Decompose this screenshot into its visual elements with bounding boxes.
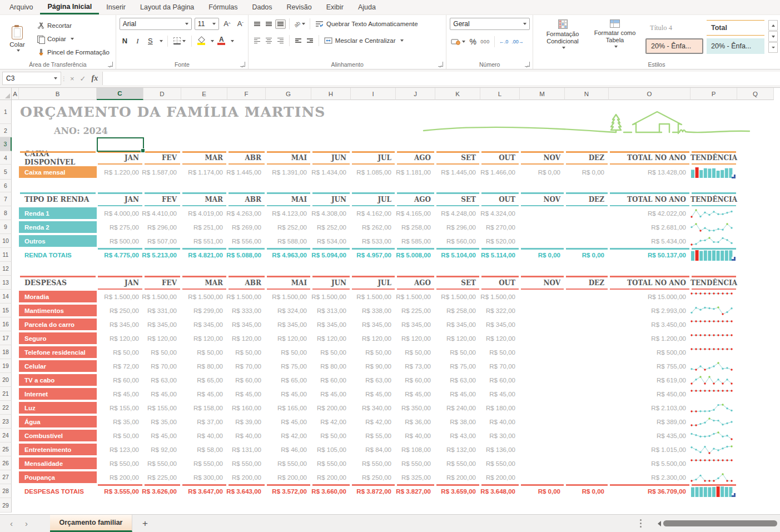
month-value-cell[interactable]: R$ 270,00 <box>480 220 520 234</box>
chevron-down-icon[interactable] <box>160 40 163 42</box>
cell[interactable] <box>12 317 19 331</box>
row-header-14[interactable]: 14 <box>0 290 12 304</box>
cell[interactable] <box>737 442 774 456</box>
month-value-cell[interactable]: R$ 1.220,00 <box>97 165 143 180</box>
month-value-cell[interactable]: R$ 345,00 <box>266 317 311 331</box>
bold-button[interactable]: N <box>120 35 130 47</box>
year-total-cell[interactable]: R$ 619,00 <box>609 373 690 387</box>
month-value-cell[interactable]: R$ 0,00 <box>520 165 565 180</box>
month-value-cell[interactable]: R$ 534,00 <box>311 234 351 248</box>
month-value-cell[interactable]: R$ 45,00 <box>143 387 181 401</box>
month-value-cell[interactable]: R$ 5.088,00 <box>227 248 266 262</box>
month-value-cell[interactable]: R$ 45,00 <box>181 387 227 401</box>
month-header-cell[interactable]: JUL <box>351 151 396 165</box>
month-value-cell[interactable] <box>565 234 609 248</box>
month-value-cell[interactable]: R$ 155,00 <box>143 401 181 415</box>
row-label-chip[interactable]: Seguro <box>19 332 97 344</box>
cell[interactable] <box>737 317 774 331</box>
sparkline-cell[interactable] <box>690 429 737 442</box>
month-value-cell[interactable]: R$ 4.165,00 <box>396 206 435 220</box>
month-value-cell[interactable]: R$ 65,00 <box>181 373 227 387</box>
month-header-cell[interactable]: MAI <box>266 276 311 290</box>
month-value-cell[interactable] <box>520 429 565 442</box>
month-value-cell[interactable]: R$ 158,00 <box>181 401 227 415</box>
cell[interactable] <box>12 248 19 262</box>
month-value-cell[interactable]: R$ 4.019,00 <box>181 206 227 220</box>
month-value-cell[interactable]: R$ 136,00 <box>480 442 520 456</box>
insert-function-icon[interactable]: fx <box>92 74 98 83</box>
month-value-cell[interactable]: R$ 70,00 <box>143 359 181 373</box>
month-value-cell[interactable] <box>565 290 609 304</box>
italic-button[interactable]: I <box>132 35 143 47</box>
month-value-cell[interactable]: R$ 4.410,00 <box>143 206 181 220</box>
month-value-cell[interactable]: R$ 120,00 <box>181 331 227 345</box>
month-value-cell[interactable]: R$ 550,00 <box>143 456 181 470</box>
month-value-cell[interactable]: R$ 4.263,00 <box>227 206 266 220</box>
underline-button[interactable]: S <box>145 35 156 47</box>
font-size-select[interactable]: 11 <box>195 18 219 30</box>
row-label-chip[interactable]: Celular <box>19 360 97 372</box>
ribbon-tab[interactable]: Página Inicial <box>40 0 99 14</box>
month-value-cell[interactable]: R$ 550,00 <box>97 456 143 470</box>
month-value-cell[interactable]: R$ 296,00 <box>143 220 181 234</box>
month-value-cell[interactable]: R$ 120,00 <box>266 331 311 345</box>
month-header-cell[interactable]: OUT <box>480 192 520 206</box>
ribbon-tab[interactable]: Fórmulas <box>201 0 245 14</box>
row-header-11[interactable]: 11 <box>0 248 12 262</box>
month-header-cell[interactable]: ABR <box>227 151 266 165</box>
section-header-label[interactable]: DESPESAS <box>19 276 97 290</box>
month-value-cell[interactable]: R$ 45,00 <box>435 387 480 401</box>
month-header-cell[interactable]: OUT <box>480 276 520 290</box>
month-value-cell[interactable]: R$ 1.391,00 <box>266 165 311 180</box>
month-value-cell[interactable]: R$ 533,00 <box>351 234 396 248</box>
cell[interactable]: Caixa mensal <box>19 165 97 180</box>
month-value-cell[interactable]: R$ 45,00 <box>266 415 311 429</box>
month-value-cell[interactable]: R$ 258,00 <box>435 304 480 317</box>
month-value-cell[interactable]: R$ 3.555,00 <box>97 484 143 498</box>
month-value-cell[interactable]: R$ 75,00 <box>435 359 480 373</box>
month-value-cell[interactable]: R$ 4.248,00 <box>435 206 480 220</box>
column-header-E[interactable]: E <box>181 88 227 100</box>
month-value-cell[interactable]: R$ 322,00 <box>480 304 520 317</box>
cell[interactable] <box>12 429 19 442</box>
month-value-cell[interactable]: R$ 350,00 <box>396 401 435 415</box>
total-header-cell[interactable]: TOTAL NO ANO <box>609 276 690 290</box>
cell[interactable] <box>12 206 19 220</box>
month-header-cell[interactable]: JAN <box>97 151 143 165</box>
align-top-button[interactable] <box>252 19 262 29</box>
month-header-cell[interactable]: SET <box>435 276 480 290</box>
paste-button[interactable]: Colar <box>3 18 31 58</box>
month-value-cell[interactable]: R$ 556,00 <box>227 234 266 248</box>
cell[interactable] <box>12 220 19 234</box>
month-value-cell[interactable] <box>520 331 565 345</box>
month-value-cell[interactable]: R$ 60,00 <box>97 373 143 387</box>
sparkline-cell[interactable] <box>690 220 737 234</box>
accounting-format-button[interactable] <box>450 36 466 47</box>
month-value-cell[interactable]: R$ 1.587,00 <box>143 165 181 180</box>
month-value-cell[interactable]: R$ 45,00 <box>97 387 143 401</box>
month-header-cell[interactable]: JUL <box>351 192 396 206</box>
month-value-cell[interactable]: R$ 50,00 <box>435 345 480 359</box>
month-value-cell[interactable]: R$ 60,00 <box>227 373 266 387</box>
sparkline-cell[interactable] <box>690 484 737 498</box>
month-value-cell[interactable]: R$ 4.000,00 <box>97 206 143 220</box>
month-value-cell[interactable]: R$ 262,00 <box>351 220 396 234</box>
month-value-cell[interactable] <box>565 456 609 470</box>
month-value-cell[interactable]: R$ 155,00 <box>97 401 143 415</box>
month-value-cell[interactable]: R$ 4.963,00 <box>266 248 311 262</box>
row-header-9[interactable]: 9 <box>0 220 12 234</box>
cell[interactable] <box>737 373 774 387</box>
month-value-cell[interactable]: R$ 200,00 <box>480 470 520 484</box>
column-header-F[interactable]: F <box>227 88 266 100</box>
year-total-cell[interactable]: R$ 2.993,00 <box>609 304 690 317</box>
month-value-cell[interactable]: R$ 269,00 <box>227 220 266 234</box>
month-value-cell[interactable] <box>520 317 565 331</box>
month-value-cell[interactable]: R$ 250,00 <box>97 304 143 317</box>
row-header-25[interactable]: 25 <box>0 442 12 456</box>
align-bottom-button[interactable] <box>275 19 286 29</box>
month-value-cell[interactable]: R$ 40,00 <box>181 429 227 442</box>
month-value-cell[interactable]: R$ 1.174,00 <box>181 165 227 180</box>
cell[interactable] <box>12 470 19 484</box>
row-header-10[interactable]: 10 <box>0 234 12 248</box>
column-header-C[interactable]: C <box>97 88 143 100</box>
